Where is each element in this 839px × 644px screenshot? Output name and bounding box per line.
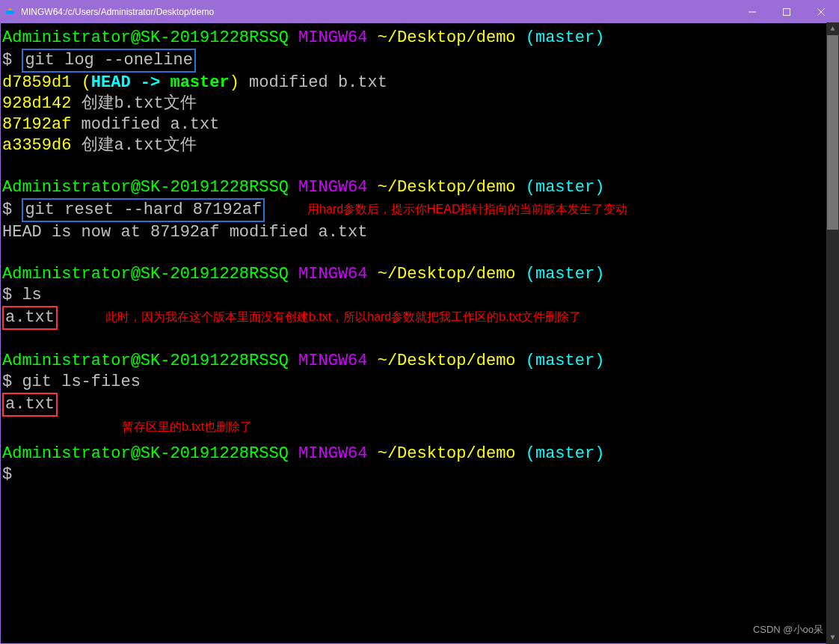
cwd: ~/Desktop/demo (378, 28, 516, 47)
output-line: HEAD is now at 87192af modified a.txt (1, 222, 825, 243)
scrollbar-thumb[interactable] (827, 35, 838, 230)
app-window: MINGW64:/c/Users/Administrator/Desktop/d… (0, 0, 839, 644)
log-line: a3359d6 创建a.txt文件 (1, 135, 825, 156)
prompt-line: Administrator@SK-20191228RSSQ MINGW64 ~/… (1, 177, 825, 198)
command-line: $ git log --oneline (1, 49, 825, 73)
close-button[interactable] (804, 1, 838, 23)
highlight-box: a.txt (2, 306, 58, 330)
titlebar[interactable]: MINGW64:/c/Users/Administrator/Desktop/d… (1, 1, 838, 23)
watermark: CSDN @小oo呆 (753, 619, 823, 640)
svg-rect-1 (784, 9, 790, 16)
window-controls (735, 1, 838, 23)
terminal[interactable]: Administrator@SK-20191228RSSQ MINGW64 ~/… (1, 23, 838, 643)
scroll-down-icon[interactable]: ▼ (826, 631, 839, 644)
userhost: Administrator@SK-20191228RSSQ (2, 28, 289, 47)
output-line: a.txt (1, 393, 825, 417)
command-line: $ ls (1, 285, 825, 306)
highlight-box: git log --oneline (22, 49, 195, 73)
log-line: 928d142 创建b.txt文件 (1, 93, 825, 114)
log-line: 87192af modified a.txt (1, 114, 825, 135)
commit-hash: 928d142 (2, 94, 71, 113)
annotation: 此时，因为我在这个版本里面没有创建b.txt，所以hard参数就把我工作区的b.… (105, 310, 582, 325)
output-line: a.txt此时，因为我在这个版本里面没有创建b.txt，所以hard参数就把我工… (1, 306, 825, 330)
command-line: $ git reset --hard 87192af用hard参数后，提示你HE… (1, 198, 825, 222)
command-line: $ git ls-files (1, 372, 825, 393)
prompt-line: Administrator@SK-20191228RSSQ MINGW64 ~/… (1, 444, 825, 464)
maximize-button[interactable] (769, 1, 804, 23)
branch: (master) (526, 28, 605, 47)
annotation: 暂存区里的b.txt也删除了 (2, 420, 252, 433)
highlight-box: git reset --hard 87192af (22, 198, 265, 222)
ps: $ (2, 51, 12, 70)
log-line: d7859d1 (HEAD -> master) modified b.txt (1, 73, 825, 93)
mingw-icon (5, 7, 15, 17)
prompt-line: Administrator@SK-20191228RSSQ MINGW64 ~/… (1, 28, 825, 49)
shell-label: MINGW64 (298, 28, 367, 47)
annotation-line: 暂存区里的b.txt也删除了 (1, 417, 825, 438)
scroll-up-icon[interactable]: ▲ (826, 22, 839, 35)
prompt-line: Administrator@SK-20191228RSSQ MINGW64 ~/… (1, 351, 825, 372)
app-icon (1, 9, 19, 16)
window-title: MINGW64:/c/Users/Administrator/Desktop/d… (19, 7, 735, 17)
prompt-line: Administrator@SK-20191228RSSQ MINGW64 ~/… (1, 264, 825, 285)
annotation: 用hard参数后，提示你HEAD指针指向的当前版本发生了变动 (307, 202, 627, 217)
commit-hash: d7859d1 (2, 73, 71, 92)
scrollbar[interactable]: ▲ ▼ (826, 22, 839, 644)
command-line[interactable]: $ (1, 464, 825, 485)
commit-hash: a3359d6 (2, 136, 71, 155)
minimize-button[interactable] (735, 1, 769, 23)
commit-hash: 87192af (2, 115, 71, 134)
terminal-content: Administrator@SK-20191228RSSQ MINGW64 ~/… (1, 28, 825, 485)
highlight-box: a.txt (2, 393, 58, 417)
